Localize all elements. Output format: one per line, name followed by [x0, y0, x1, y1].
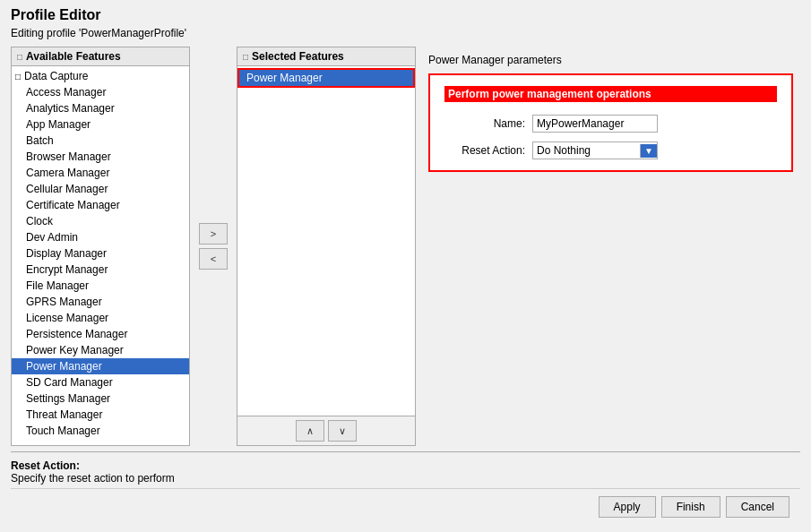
move-up-button[interactable]: ∧ — [296, 420, 324, 442]
dialog-title: Profile Editor — [11, 7, 800, 23]
available-item[interactable]: License Manager — [12, 310, 189, 326]
name-label: Name: — [444, 117, 525, 130]
move-down-button[interactable]: ∨ — [328, 420, 357, 442]
available-item[interactable]: Power Manager — [12, 358, 189, 374]
available-item[interactable]: Power Key Manager — [12, 342, 189, 358]
select-arrow-icon: ▼ — [640, 144, 657, 158]
available-item[interactable]: Cellular Manager — [12, 181, 189, 197]
available-item[interactable]: Camera Manager — [12, 165, 189, 181]
available-item[interactable]: SD Card Manager — [12, 374, 189, 390]
reset-label: Reset Action: — [444, 144, 525, 157]
available-features-list[interactable]: □Data CaptureAccess ManagerAnalytics Man… — [12, 66, 189, 445]
selected-expand-icon: □ — [243, 52, 248, 62]
footer: Apply Finish Cancel — [11, 488, 800, 525]
available-item[interactable]: Threat Manager — [12, 407, 189, 423]
available-item[interactable]: Certificate Manager — [12, 197, 189, 213]
name-row: Name: — [444, 115, 777, 133]
reset-select[interactable]: Do NothingWarm BootCold Boot — [533, 142, 640, 159]
transfer-buttons: > < — [195, 47, 231, 446]
selected-features-title: Selected Features — [252, 50, 344, 63]
available-features-header: □ Available Features — [12, 47, 189, 66]
available-item[interactable]: Settings Manager — [12, 390, 189, 407]
expand-icon: □ — [17, 52, 22, 62]
available-item[interactable]: Touch Manager — [12, 423, 189, 439]
available-item[interactable]: File Manager — [12, 278, 189, 294]
cancel-button[interactable]: Cancel — [726, 496, 789, 518]
params-panel: Power Manager parameters Perform power m… — [421, 47, 800, 446]
available-item[interactable]: Batch — [12, 133, 189, 149]
name-input[interactable] — [532, 115, 658, 133]
available-item[interactable]: Dev Admin — [12, 229, 189, 245]
available-item[interactable]: App Manager — [12, 116, 189, 133]
bottom-info-title: Reset Action: — [11, 459, 800, 472]
available-item[interactable]: Clock — [12, 213, 189, 229]
bottom-info: Reset Action: Specify the reset action t… — [11, 451, 800, 485]
selected-nav-row: ∧ ∨ — [237, 416, 415, 445]
params-section-title: Perform power management operations — [444, 86, 777, 102]
finish-button[interactable]: Finish — [661, 496, 720, 518]
selected-features-header: □ Selected Features — [237, 47, 415, 66]
available-item[interactable]: Browser Manager — [12, 149, 189, 165]
bottom-info-desc: Specify the reset action to perform — [11, 472, 800, 485]
available-item[interactable]: Access Manager — [12, 84, 189, 100]
add-button[interactable]: > — [199, 223, 228, 245]
reset-row: Reset Action: Do NothingWarm BootCold Bo… — [444, 142, 777, 159]
available-item[interactable]: Display Manager — [12, 245, 189, 262]
available-item[interactable]: GPRS Manager — [12, 294, 189, 310]
selected-features-panel: □ Selected Features Power Manager ∧ ∨ — [237, 47, 416, 446]
available-features-title: Available Features — [26, 50, 121, 63]
available-item[interactable]: Persistence Manager — [12, 326, 189, 342]
params-box: Perform power management operations Name… — [428, 73, 793, 172]
available-item[interactable]: Encrypt Manager — [12, 262, 189, 278]
available-features-panel: □ Available Features □Data CaptureAccess… — [11, 47, 190, 446]
selected-features-list[interactable]: Power Manager — [237, 66, 415, 416]
available-item[interactable]: Analytics Manager — [12, 100, 189, 116]
reset-select-wrapper: Do NothingWarm BootCold Boot ▼ — [532, 142, 658, 159]
apply-button[interactable]: Apply — [599, 496, 656, 518]
selected-item[interactable]: Power Manager — [237, 68, 415, 88]
remove-button[interactable]: < — [199, 248, 228, 270]
available-item[interactable]: □Data Capture — [12, 68, 189, 84]
dialog-subtitle: Editing profile 'PowerManagerProfile' — [11, 27, 800, 39]
params-title: Power Manager parameters — [428, 54, 793, 66]
